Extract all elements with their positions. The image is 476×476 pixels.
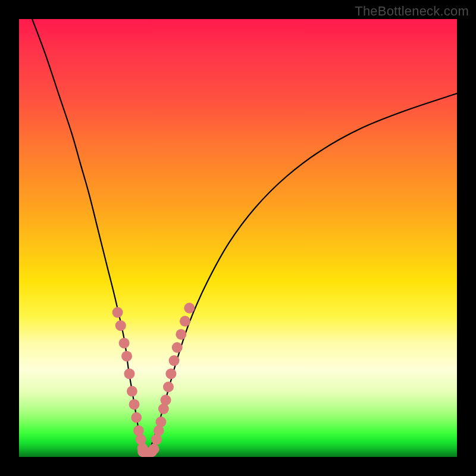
chart-frame: TheBottleneck.com — [0, 0, 476, 476]
series-right-branch — [151, 93, 457, 448]
dot-left-branch-dots — [115, 320, 126, 331]
dot-right-branch-dots — [172, 342, 183, 353]
dot-right-branch-dots — [184, 303, 195, 314]
dot-right-branch-dots — [161, 394, 171, 405]
dot-right-branch-dots — [165, 368, 176, 379]
dot-left-branch-dots — [127, 386, 137, 397]
dot-left-branch-dots — [124, 368, 134, 379]
dot-left-branch-dots — [121, 351, 132, 362]
dot-left-branch-dots — [129, 399, 140, 410]
dot-right-branch-dots — [169, 355, 180, 366]
dot-right-branch-dots — [155, 416, 166, 427]
plot-area — [19, 19, 457, 457]
dot-left-branch-dots — [131, 412, 142, 423]
dot-right-branch-dots — [176, 329, 186, 340]
chart-svg — [19, 19, 457, 457]
dot-bottom-cluster-dots — [149, 444, 159, 455]
dot-left-branch-dots — [119, 338, 130, 349]
dot-left-branch-dots — [112, 307, 123, 318]
watermark-text: TheBottleneck.com — [355, 4, 469, 19]
dot-right-branch-dots — [180, 316, 190, 327]
dot-right-branch-dots — [163, 381, 174, 392]
series-left-branch — [32, 19, 142, 448]
